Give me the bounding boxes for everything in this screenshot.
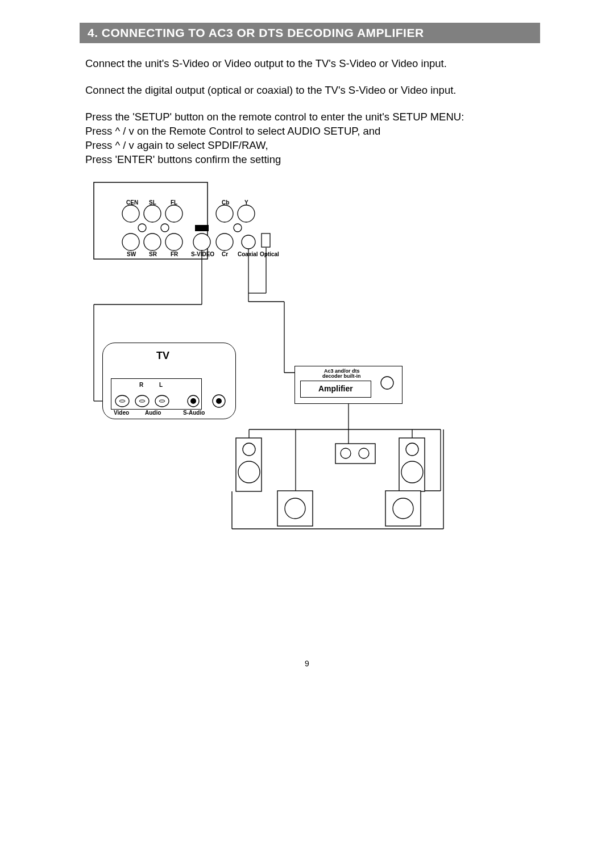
paragraph-3-line-2: Press ^ / v on the Remote Control to sel… bbox=[85, 125, 380, 137]
svg-point-13 bbox=[234, 224, 242, 232]
amp-title: Amplifier bbox=[318, 384, 353, 393]
svg-rect-9 bbox=[195, 225, 209, 231]
paragraph-3-line-3: Press ^ / v again to select SPDIF/RAW, bbox=[85, 139, 268, 151]
section-header: 4. CONNECTING TO AC3 OR DTS DECODING AMP… bbox=[80, 23, 540, 43]
svg-point-4 bbox=[138, 224, 146, 232]
tv-label-video: Video bbox=[114, 410, 129, 416]
svg-point-15 bbox=[242, 235, 255, 249]
svg-point-53 bbox=[135, 395, 149, 407]
paragraph-3: Press the 'SETUP' button on the remote c… bbox=[80, 110, 540, 167]
connection-diagram: CEN SL FL Cb Y SW SR FR S-VIDEO Cr Coaxi… bbox=[85, 180, 449, 537]
svg-point-3 bbox=[165, 205, 182, 222]
tv-label-l: L bbox=[159, 382, 163, 388]
amp-knob bbox=[380, 375, 397, 393]
svg-point-39 bbox=[406, 443, 418, 456]
paragraph-1: Connect the unit's S-Video or Video outp… bbox=[80, 57, 540, 71]
rear-label-cr: Cr bbox=[222, 251, 228, 257]
svg-point-11 bbox=[216, 205, 233, 222]
tv-label-r: R bbox=[139, 382, 143, 388]
svg-point-6 bbox=[122, 233, 139, 251]
svg-point-7 bbox=[144, 233, 161, 251]
rear-label-sr: SR bbox=[149, 251, 157, 257]
svg-point-61 bbox=[381, 377, 393, 389]
svg-point-10 bbox=[193, 233, 210, 251]
svg-rect-16 bbox=[262, 233, 270, 247]
svg-point-47 bbox=[393, 498, 413, 519]
svg-point-45 bbox=[285, 498, 305, 519]
svg-point-40 bbox=[401, 461, 423, 483]
tv-label-saudio: S-Audio bbox=[183, 410, 205, 416]
svg-point-43 bbox=[359, 448, 369, 458]
amp-note-l2: decoder built-in bbox=[322, 373, 361, 379]
rear-label-y: Y bbox=[244, 199, 248, 206]
svg-point-51 bbox=[115, 395, 129, 407]
svg-point-36 bbox=[243, 443, 255, 456]
svg-point-14 bbox=[216, 233, 233, 251]
svg-point-12 bbox=[238, 205, 255, 222]
paragraph-2: Connect the digital output (optical or c… bbox=[80, 84, 540, 98]
page-number: 9 bbox=[0, 659, 614, 668]
svg-point-58 bbox=[190, 398, 196, 404]
rear-label-cb: Cb bbox=[222, 199, 229, 206]
section-title: 4. CONNECTING TO AC3 OR DTS DECODING AMP… bbox=[88, 26, 424, 39]
rear-label-sl: SL bbox=[149, 199, 156, 206]
rear-label-opt: Optical bbox=[260, 251, 279, 257]
svg-point-2 bbox=[144, 205, 161, 222]
svg-point-55 bbox=[155, 395, 169, 407]
rear-label-sw: SW bbox=[127, 251, 136, 257]
paragraph-3-line-1: Press the 'SETUP' button on the remote c… bbox=[85, 111, 464, 123]
svg-point-37 bbox=[238, 461, 260, 483]
rear-label-cen: CEN bbox=[126, 199, 138, 206]
rear-label-svideo: S-VIDEO bbox=[191, 251, 214, 257]
rear-label-fl: FL bbox=[171, 199, 177, 206]
manual-page: 4. CONNECTING TO AC3 OR DTS DECODING AMP… bbox=[0, 0, 614, 868]
svg-point-1 bbox=[122, 205, 139, 222]
svg-point-60 bbox=[216, 398, 222, 404]
svg-point-8 bbox=[165, 233, 182, 251]
rear-label-fr: FR bbox=[171, 251, 178, 257]
rear-label-coax: Coaxial bbox=[238, 251, 258, 257]
svg-point-5 bbox=[161, 224, 169, 232]
tv-label-audio: Audio bbox=[145, 410, 161, 416]
paragraph-3-line-4: Press 'ENTER' buttons confirm the settin… bbox=[85, 153, 281, 165]
svg-point-42 bbox=[341, 448, 351, 458]
tv-title: TV bbox=[156, 350, 169, 362]
